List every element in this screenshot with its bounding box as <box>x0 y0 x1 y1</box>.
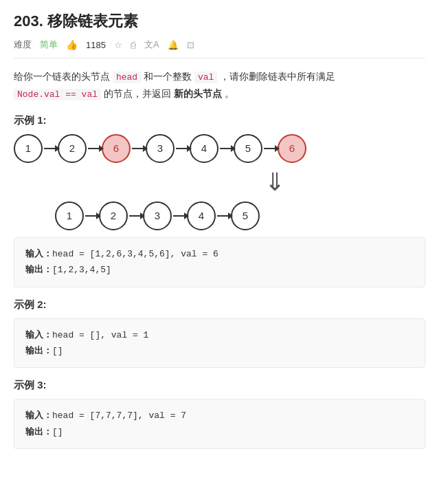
node-6-top-last: 6 <box>278 134 306 163</box>
node-2-top: 2 <box>58 134 87 163</box>
node-2-bottom: 2 <box>99 201 128 230</box>
node-4-bottom: 4 <box>187 201 216 230</box>
arrow-4 <box>176 148 188 149</box>
bold-new-head: 新的头节点 <box>174 88 222 99</box>
down-arrow-icon: ⇓ <box>264 170 285 195</box>
example1-input: 输入：head = [1,2,6,3,4,5,6], val = 6 <box>25 246 414 262</box>
arrow-b3 <box>173 215 185 217</box>
arrow-2 <box>88 148 100 149</box>
example1-output: 输出：[1,2,3,4,5] <box>25 262 414 278</box>
diagram-example1: 1 2 6 3 4 5 6 ⇓ 1 2 3 4 5 <box>14 134 425 230</box>
arrow-b2 <box>129 215 142 217</box>
meta-row: 难度 简单 👍 1185 ☆ ⎙ 文A 🔔 ⊡ <box>14 39 425 58</box>
arrow-5 <box>220 148 232 149</box>
arrow-6 <box>264 148 276 149</box>
node-4-top: 4 <box>190 134 218 163</box>
node-1-bottom: 1 <box>55 201 84 230</box>
example3-input: 输入：head = [7,7,7,7], val = 7 <box>25 408 414 424</box>
arrow-b1 <box>85 215 98 217</box>
arrow-3 <box>132 148 144 149</box>
page-title: 203. 移除链表元素 <box>14 11 425 32</box>
example1-title: 示例 1: <box>14 114 425 127</box>
node-3-bottom: 3 <box>143 201 172 230</box>
example2-title: 示例 2: <box>14 298 425 311</box>
example1-box: 输入：head = [1,2,6,3,4,5,6], val = 6 输出：[1… <box>14 237 425 287</box>
down-arrow-container: ⇓ <box>14 170 425 195</box>
node-1-top: 1 <box>14 134 43 163</box>
example3-output: 输出：[] <box>25 424 414 440</box>
list-row-top: 1 2 6 3 4 5 6 <box>14 134 425 163</box>
example3-title: 示例 3: <box>14 379 425 392</box>
difficulty-label: 难度 <box>14 39 32 51</box>
star-icon[interactable]: ☆ <box>114 40 122 50</box>
like-icon[interactable]: 👍 <box>66 39 78 50</box>
bell-icon[interactable]: 🔔 <box>168 40 179 50</box>
node-5-bottom: 5 <box>231 201 260 230</box>
node-6-top-first: 6 <box>102 134 131 163</box>
translate-icon[interactable]: 文A <box>144 39 159 51</box>
arrow-b4 <box>217 215 229 217</box>
list-row-bottom: 1 2 3 4 5 <box>14 201 425 230</box>
node-5-top: 5 <box>234 134 262 163</box>
problem-description: 给你一个链表的头节点 head 和一个整数 val ，请你删除链表中所有满足 N… <box>14 68 425 103</box>
share-icon[interactable]: ⎙ <box>131 40 136 50</box>
difficulty-value[interactable]: 简单 <box>40 39 58 51</box>
example3-box: 输入：head = [7,7,7,7], val = 7 输出：[] <box>14 399 425 449</box>
arrow-1 <box>44 148 56 149</box>
code-head: head <box>113 72 141 83</box>
node-3-top: 3 <box>146 134 175 163</box>
code-node-val: Node.val == val <box>14 89 101 100</box>
example2-output: 输出：[] <box>25 343 414 359</box>
example2-input: 输入：head = [], val = 1 <box>25 327 414 343</box>
page-container: 203. 移除链表元素 难度 简单 👍 1185 ☆ ⎙ 文A 🔔 ⊡ 给你一个… <box>0 0 439 467</box>
example2-box: 输入：head = [], val = 1 输出：[] <box>14 318 425 369</box>
like-count: 1185 <box>86 40 106 50</box>
bookmark-icon[interactable]: ⊡ <box>187 40 194 50</box>
code-val: val <box>194 72 217 83</box>
